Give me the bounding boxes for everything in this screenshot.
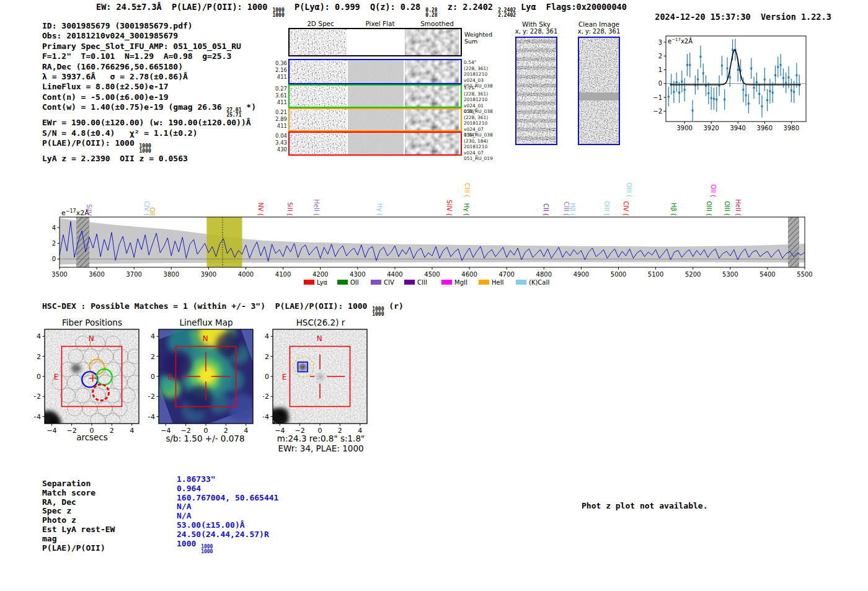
hsc-mag-label: m:24.3 re:0.8" s:1.8" [260,433,381,443]
info-fraction: 27.0125.71 [226,108,241,118]
cutout-row-right-labels: 1.84"(230, 184)20181210v024_07051_RU_019 [464,132,496,162]
emission-line-label: SiIV [86,204,92,216]
match-row-label: Spec z [42,507,71,516]
svg-text:CIV: CIV [384,279,394,286]
info-line-10: S/N = 4.8(±0.4) χ² = 1.1(±0.2) [42,128,256,138]
cutout-2dspec-image [290,86,347,107]
cutout-row-left-labels: 0.362.16411 [272,60,287,81]
cleanimage-coords: x, y: 228, 361 [568,28,630,35]
svg-text:4200: 4200 [312,271,328,278]
svg-text:4500: 4500 [424,271,440,278]
cutout-row-1 [288,59,462,84]
emission-line-label: CIII ( [464,183,471,197]
cutout-pixelflat-image [348,86,404,107]
match-row-value: 160.767004, 50.665441 [177,494,278,503]
svg-text:CIII: CIII [417,279,427,286]
info-line-8: Cont(w) = 1.40(±0.75)e-19 (gmag 26.36 27… [42,102,256,118]
svg-text:2: 2 [658,53,662,60]
svg-text:MgII: MgII [454,279,467,286]
svg-text:0: 0 [658,80,662,87]
match-row-value: N/A [177,502,191,512]
svg-text:2: 2 [52,240,56,247]
svg-text:−2: −2 [34,393,41,401]
svg-text:5300: 5300 [722,271,738,278]
svg-text:3980: 3980 [784,125,799,131]
emission-line-label: OII ( [710,184,717,197]
svg-text:e−17x2Å: e−17x2Å [668,37,693,45]
withsky-cutout [515,37,557,145]
cleanimage-noise-image [579,38,619,144]
header-summary: EW: 24.5±7.3Å P(LAE)/P(OII): 1000 100010… [96,2,627,18]
svg-text:3500: 3500 [51,271,67,278]
svg-text:−2: −2 [653,108,662,115]
svg-text:4: 4 [52,224,56,231]
elixer-report-page: { "header": { "left_segments": [ {"t":"E… [0,0,868,591]
emission-line-label: SiII ( [286,202,293,216]
svg-text:4300: 4300 [350,271,365,278]
report-version: Version 1.22.3 [761,12,831,22]
cutout-smoothed-image [405,29,459,55]
cutout-row-0 [288,28,462,56]
line-fit-chart: 3210−1−239003920394039603980e−17x2Å [644,31,811,136]
fiber-xlabel: arcsecs [45,432,140,442]
match-row-value: 0.964 [177,484,201,494]
svg-text:3900: 3900 [201,271,216,278]
emission-line-label: NV ( [257,203,264,216]
cutout-2dspec-image [290,109,347,130]
hsc-ewr-label: EWr: 34, PLAE: 1000 [260,443,381,453]
svg-text:3940: 3940 [730,125,746,131]
svg-text:5500: 5500 [797,271,812,278]
cutout-row-left-labels: 0.043.43430 [272,133,287,153]
svg-text:N: N [317,334,322,343]
svg-text:E: E [282,373,287,381]
svg-text:3960: 3960 [757,125,773,131]
cutout-row-3 [288,108,462,131]
emission-line-label: Hβ ( [670,203,677,216]
info-line-9: EWr = 190.00(±120.00) (w: 190.00(±120.00… [42,118,256,128]
cutout-row-left-labels: 0.212.89411 [272,109,287,130]
emission-line-label: CII ( [542,203,549,216]
info-line-12: LyA z = 2.2390 OII z = 0.0563 [42,154,256,164]
svg-text:2: 2 [37,353,41,361]
svg-text:5000: 5000 [611,271,626,278]
svg-text:0: 0 [37,373,41,381]
emission-line-label: CIV ( [622,201,629,216]
emission-line-label: Hγ ( [376,203,383,216]
weighted-sum-label: WeightedSum [464,31,492,45]
col-header-smoothed: Smoothed [409,20,465,27]
svg-text:3920: 3920 [703,125,719,131]
svg-text:3800: 3800 [164,271,179,278]
svg-text:2: 2 [151,353,155,361]
match-fraction: 10001000 [201,544,213,554]
emission-line-label: Hβ ( [569,203,576,216]
detection-info-block: ID: 3001985679 (3001985679.pdf)Obs: 2018… [42,21,256,164]
cutout-2dspec-image [290,29,347,55]
svg-text:0: 0 [151,373,155,381]
match-row-value: 1.86733" [177,475,216,484]
info-line-5: λ = 3937.6Å σ = 2.78(±0.86)Å [42,72,256,82]
withsky-title: With Sky [505,20,567,28]
match-row-label: Est LyA rest-EW [42,525,115,535]
svg-text:3700: 3700 [126,271,141,278]
cutout-smoothed-image [405,86,459,107]
svg-text:HeII: HeII [492,279,504,286]
svg-text:−1: −1 [653,94,662,101]
cutout-smoothed-image [405,60,459,83]
match-row-label: P(LAE)/P(OII) [42,544,105,553]
emission-line-label: CIII ( [563,202,570,216]
cutout-pixelflat-image [348,29,404,55]
cutout-pixelflat-image [348,133,404,154]
svg-text:−2: −2 [148,393,155,401]
svg-text:−2: −2 [263,393,269,401]
svg-text:4: 4 [37,332,41,340]
match-row-label: RA, Dec [42,498,76,507]
emission-line-label: HeII ( [735,199,742,216]
cutout-pixelflat-image [348,109,404,130]
emission-line-label: OIII ( [724,201,730,216]
cutout-2dspec-image [290,60,347,83]
svg-text:−4: −4 [148,413,155,421]
header-meta: 2024-12-20 15:37:30 Version 1.22.3 [645,2,831,22]
svg-text:e−17x2Å: e−17x2Å [61,208,89,218]
svg-text:4800: 4800 [536,271,552,278]
emission-line-label: OII [149,207,156,216]
